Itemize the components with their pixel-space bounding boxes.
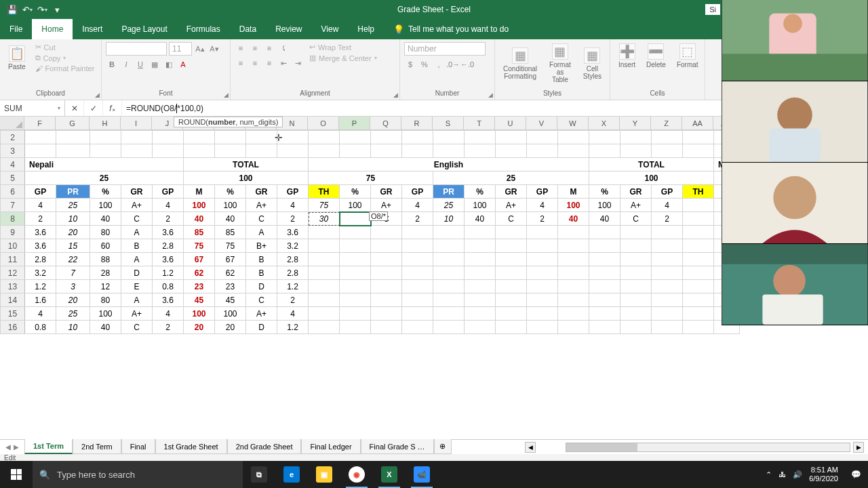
column-label[interactable]: GP	[527, 185, 558, 199]
start-button[interactable]	[0, 461, 33, 488]
section-subheader[interactable]: 25	[25, 171, 184, 185]
cell[interactable]	[652, 144, 683, 158]
cell[interactable]	[371, 307, 402, 321]
tab-home[interactable]: Home	[32, 19, 73, 39]
cell[interactable]	[90, 144, 121, 158]
column-label[interactable]: PR	[56, 185, 90, 199]
cell[interactable]: C	[246, 293, 277, 307]
cell[interactable]: 40	[90, 321, 121, 334]
cell[interactable]	[465, 307, 496, 321]
save-icon[interactable]: 💾	[7, 4, 18, 15]
cell[interactable]: 75	[309, 199, 340, 212]
column-header-X[interactable]: X	[589, 117, 620, 129]
tab-help[interactable]: Help	[348, 19, 384, 39]
wrap-text-button[interactable]: ↩Wrap Text	[307, 42, 380, 52]
cell[interactable]	[589, 239, 620, 253]
cell[interactable]: 100	[184, 307, 215, 321]
cell[interactable]	[371, 131, 402, 144]
section-header[interactable]: English	[309, 158, 589, 171]
section-subheader[interactable]: 25	[433, 171, 589, 185]
cell[interactable]: 1.2	[25, 280, 56, 293]
font-launcher-icon[interactable]: ◢	[224, 92, 229, 98]
cell[interactable]	[652, 280, 683, 293]
cell[interactable]	[340, 144, 371, 158]
cell[interactable]	[652, 131, 683, 144]
cell[interactable]: C	[121, 212, 153, 226]
cell[interactable]	[589, 131, 620, 144]
cell[interactable]: 4	[153, 307, 184, 321]
cell[interactable]	[527, 266, 558, 280]
cell[interactable]: D	[121, 266, 153, 280]
cell[interactable]: A+	[620, 199, 652, 212]
cell[interactable]	[184, 131, 215, 144]
column-header-I[interactable]: I	[121, 117, 152, 129]
cell[interactable]	[309, 307, 340, 321]
cell[interactable]: 2	[153, 212, 184, 226]
cell[interactable]	[340, 212, 371, 226]
cell[interactable]: 100	[465, 199, 496, 212]
cell[interactable]: 3.6	[277, 226, 309, 239]
cell[interactable]	[402, 226, 433, 239]
cell[interactable]: A	[121, 253, 153, 266]
cell[interactable]	[402, 293, 433, 307]
cancel-formula-button[interactable]: ✕	[65, 100, 84, 116]
cell[interactable]	[527, 144, 558, 158]
cell[interactable]	[465, 226, 496, 239]
sheet-tab[interactable]: 1st Term	[24, 439, 73, 454]
tab-insert[interactable]: Insert	[73, 19, 112, 39]
cell[interactable]: A+	[371, 199, 402, 212]
underline-button[interactable]: U	[134, 58, 146, 70]
cell[interactable]	[433, 131, 465, 144]
cell[interactable]: 28	[90, 266, 121, 280]
cell[interactable]: C	[121, 321, 153, 334]
cell[interactable]	[309, 321, 340, 334]
cell[interactable]: 15	[56, 239, 90, 253]
border-button[interactable]: ▦	[149, 58, 161, 70]
cell[interactable]: 30	[309, 212, 340, 226]
cell[interactable]: 4	[277, 307, 309, 321]
cell[interactable]	[527, 131, 558, 144]
cell[interactable]	[527, 321, 558, 334]
cell[interactable]: 100	[90, 199, 121, 212]
cell[interactable]	[558, 321, 589, 334]
column-header-P[interactable]: P	[339, 117, 370, 129]
chrome-app[interactable]: ◉	[340, 461, 373, 488]
cell[interactable]	[340, 131, 371, 144]
cell[interactable]: 3.6	[153, 226, 184, 239]
decrease-font-icon[interactable]: A▾	[208, 43, 220, 55]
cell[interactable]	[25, 131, 56, 144]
scroll-left-button[interactable]: ◀	[525, 442, 536, 453]
italic-button[interactable]: I	[120, 58, 132, 70]
cell[interactable]: 1.2	[277, 321, 309, 334]
cell[interactable]	[433, 266, 465, 280]
cell[interactable]: 10	[433, 212, 465, 226]
row-header-15[interactable]: 15	[1, 307, 25, 321]
cell[interactable]	[496, 226, 527, 239]
cell[interactable]	[652, 293, 683, 307]
cell[interactable]: 2.8	[277, 266, 309, 280]
fill-color-button[interactable]: ◧	[163, 58, 175, 70]
align-right-icon[interactable]: ≡	[263, 57, 275, 69]
cell[interactable]	[558, 293, 589, 307]
font-size-combo[interactable]: 11	[169, 42, 192, 56]
column-label[interactable]: GR	[246, 185, 277, 199]
qat-customize-icon[interactable]: ▾	[52, 4, 62, 15]
tab-next-icon[interactable]: ▶	[14, 443, 19, 451]
cell[interactable]: 2	[402, 212, 433, 226]
merge-center-button[interactable]: ▥Merge & Center▾	[307, 53, 380, 63]
cell[interactable]: 40	[589, 212, 620, 226]
cell[interactable]	[309, 144, 340, 158]
cell[interactable]: 80	[90, 293, 121, 307]
cell[interactable]	[527, 253, 558, 266]
cell[interactable]	[620, 307, 652, 321]
cell[interactable]: 20	[184, 321, 215, 334]
cell[interactable]	[433, 321, 465, 334]
cell[interactable]	[153, 131, 184, 144]
cell[interactable]	[683, 212, 714, 226]
column-header-F[interactable]: F	[24, 117, 56, 129]
cell[interactable]: 100	[90, 307, 121, 321]
cell[interactable]	[465, 144, 496, 158]
cell[interactable]	[652, 321, 683, 334]
cell[interactable]	[496, 321, 527, 334]
column-header-H[interactable]: H	[90, 117, 121, 129]
